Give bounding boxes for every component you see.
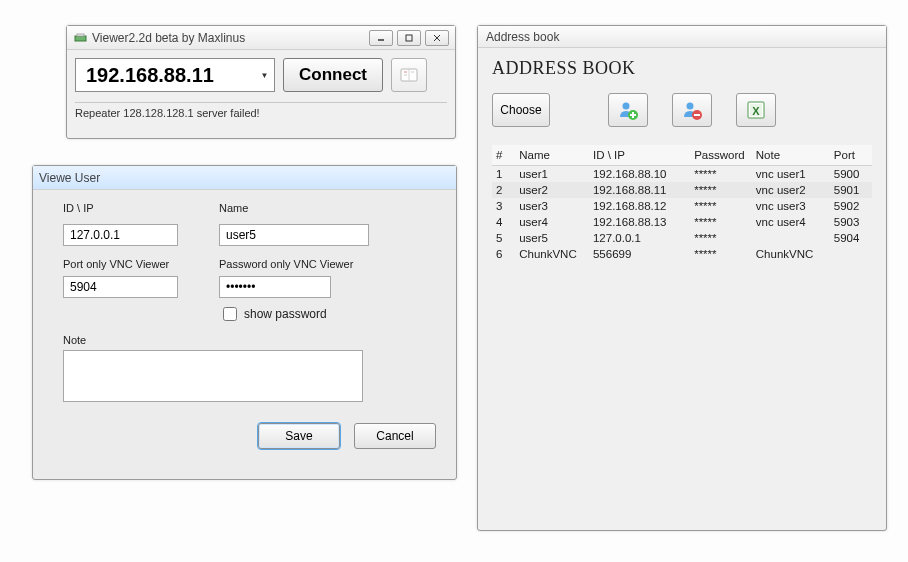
password-input[interactable] — [219, 276, 331, 298]
cell-port: 5901 — [830, 182, 872, 198]
table-row[interactable]: 3user3192.168.88.12*****vnc user35902 — [492, 198, 872, 214]
cell-pw: ***** — [690, 198, 752, 214]
cell-name: user2 — [515, 182, 589, 198]
viewer-title: Viewer2.2d beta by Maxlinus — [92, 31, 369, 45]
delete-user-button[interactable] — [672, 93, 712, 127]
cell-n: 5 — [492, 230, 515, 246]
label-note: Note — [63, 334, 436, 346]
cell-name: user1 — [515, 166, 589, 183]
cell-port: 5904 — [830, 230, 872, 246]
addressbook-titlebar: Address book — [478, 26, 886, 48]
table-row[interactable]: 6ChunkVNC556699*****ChunkVNC — [492, 246, 872, 262]
cell-note: vnc user3 — [752, 198, 830, 214]
save-button[interactable]: Save — [258, 423, 340, 449]
note-input[interactable] — [63, 350, 363, 402]
table-row[interactable]: 4user4192.168.88.13*****vnc user45903 — [492, 214, 872, 230]
label-port: Port only VNC Viewer — [63, 258, 213, 270]
cell-note: ChunkVNC — [752, 246, 830, 262]
id-ip-input[interactable] — [63, 224, 178, 246]
cell-port — [830, 246, 872, 262]
label-id-ip: ID \ IP — [63, 202, 213, 214]
cell-ip: 127.0.0.1 — [589, 230, 690, 246]
table-row[interactable]: 1user1192.168.88.10*****vnc user15900 — [492, 166, 872, 183]
col-name[interactable]: Name — [515, 145, 589, 166]
viewer-titlebar: Viewer2.2d beta by Maxlinus — [67, 26, 455, 50]
user-editor-titlebar: Viewe User — [33, 166, 456, 190]
cell-pw: ***** — [690, 230, 752, 246]
col-port[interactable]: Port — [830, 145, 872, 166]
cell-note — [752, 230, 830, 246]
cell-name: user5 — [515, 230, 589, 246]
cell-port: 5902 — [830, 198, 872, 214]
user-editor-title: Viewe User — [39, 171, 450, 185]
cell-note: vnc user1 — [752, 166, 830, 183]
svg-text:X: X — [752, 105, 760, 117]
table-row[interactable]: 2user2192.168.88.11*****vnc user25901 — [492, 182, 872, 198]
cell-pw: ***** — [690, 182, 752, 198]
close-button[interactable] — [425, 30, 449, 46]
user-editor-window: Viewe User ID \ IP Name Port only VNC Vi… — [32, 165, 457, 480]
cell-ip: 192.168.88.10 — [589, 166, 690, 183]
cell-n: 6 — [492, 246, 515, 262]
cell-note: vnc user4 — [752, 214, 830, 230]
addressbook-window: Address book ADDRESS BOOK Choose — [477, 25, 887, 531]
cell-port: 5903 — [830, 214, 872, 230]
col-password[interactable]: Password — [690, 145, 752, 166]
status-text: Repeater 128.128.128.1 server failed! — [75, 102, 447, 119]
cell-pw: ***** — [690, 246, 752, 262]
label-show-password: show password — [244, 307, 327, 321]
port-input[interactable] — [63, 276, 178, 298]
svg-point-15 — [687, 103, 694, 110]
minimize-button[interactable] — [369, 30, 393, 46]
ip-combobox[interactable]: ▼ — [75, 58, 275, 92]
cell-ip: 192.168.88.12 — [589, 198, 690, 214]
svg-rect-1 — [77, 34, 84, 36]
label-password: Password only VNC Viewer — [219, 258, 379, 270]
cell-note: vnc user2 — [752, 182, 830, 198]
svg-rect-0 — [75, 36, 86, 41]
cell-n: 2 — [492, 182, 515, 198]
cell-n: 4 — [492, 214, 515, 230]
connect-button[interactable]: Connect — [283, 58, 383, 92]
cell-name: user4 — [515, 214, 589, 230]
cell-name: ChunkVNC — [515, 246, 589, 262]
svg-rect-3 — [406, 35, 412, 41]
cell-port: 5900 — [830, 166, 872, 183]
col-number[interactable]: # — [492, 145, 515, 166]
show-password-checkbox[interactable] — [223, 307, 237, 321]
ip-dropdown-caret-icon[interactable]: ▼ — [259, 71, 270, 80]
cell-name: user3 — [515, 198, 589, 214]
cell-pw: ***** — [690, 166, 752, 183]
viewer-window: Viewer2.2d beta by Maxlinus ▼ Connect — [66, 25, 456, 139]
cell-n: 3 — [492, 198, 515, 214]
label-name: Name — [219, 202, 379, 214]
app-icon — [73, 31, 87, 45]
ip-input[interactable] — [84, 63, 259, 88]
addressbook-title: Address book — [486, 30, 878, 44]
cancel-button[interactable]: Cancel — [354, 423, 436, 449]
cell-ip: 556699 — [589, 246, 690, 262]
addressbook-heading: ADDRESS BOOK — [492, 58, 872, 79]
cell-n: 1 — [492, 166, 515, 183]
addressbook-toggle-button[interactable] — [391, 58, 427, 92]
cell-ip: 192.168.88.13 — [589, 214, 690, 230]
cell-ip: 192.168.88.11 — [589, 182, 690, 198]
cell-pw: ***** — [690, 214, 752, 230]
export-excel-button[interactable]: X — [736, 93, 776, 127]
col-note[interactable]: Note — [752, 145, 830, 166]
address-table: # Name ID \ IP Password Note Port 1user1… — [492, 145, 872, 262]
col-id-ip[interactable]: ID \ IP — [589, 145, 690, 166]
svg-point-11 — [623, 103, 630, 110]
choose-button[interactable]: Choose — [492, 93, 550, 127]
name-input[interactable] — [219, 224, 369, 246]
add-user-button[interactable] — [608, 93, 648, 127]
maximize-button[interactable] — [397, 30, 421, 46]
table-row[interactable]: 5user5127.0.0.1*****5904 — [492, 230, 872, 246]
